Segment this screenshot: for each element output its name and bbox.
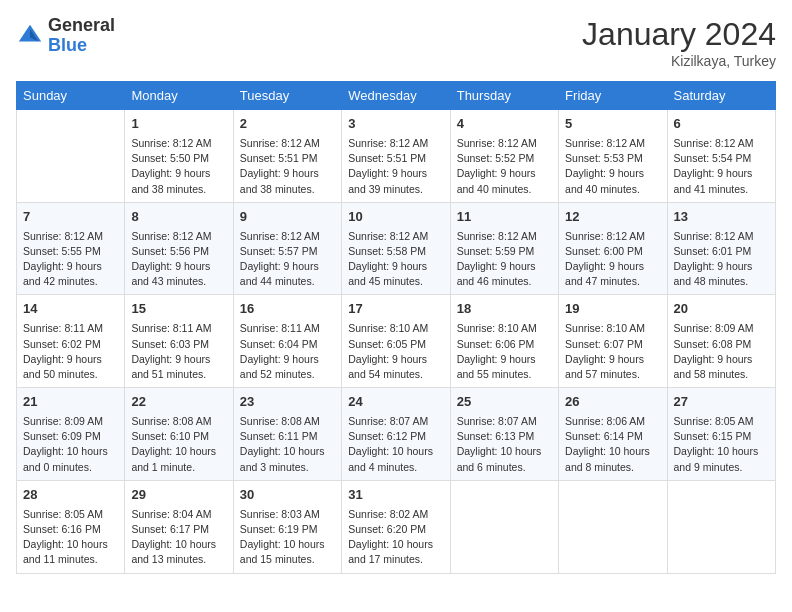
day-info-line: and 38 minutes. (131, 182, 226, 197)
day-number: 2 (240, 115, 335, 134)
day-info-line: Daylight: 9 hours (565, 166, 660, 181)
day-info-line: Sunrise: 8:12 AM (457, 136, 552, 151)
day-info-line: and 52 minutes. (240, 367, 335, 382)
calendar-header-row: SundayMondayTuesdayWednesdayThursdayFrid… (17, 82, 776, 110)
day-info-line: Sunset: 5:57 PM (240, 244, 335, 259)
day-number: 12 (565, 208, 660, 227)
day-info-line: Sunrise: 8:12 AM (674, 136, 769, 151)
day-info-line: Sunrise: 8:12 AM (240, 136, 335, 151)
day-info-line: and 0 minutes. (23, 460, 118, 475)
day-number: 25 (457, 393, 552, 412)
day-number: 14 (23, 300, 118, 319)
day-info-line: Sunrise: 8:12 AM (23, 229, 118, 244)
day-number: 11 (457, 208, 552, 227)
day-number: 5 (565, 115, 660, 134)
calendar-day-cell: 23Sunrise: 8:08 AMSunset: 6:11 PMDayligh… (233, 388, 341, 481)
day-info-line: Sunrise: 8:11 AM (240, 321, 335, 336)
day-info-line: Sunset: 6:02 PM (23, 337, 118, 352)
day-info-line: and 17 minutes. (348, 552, 443, 567)
calendar-day-cell: 13Sunrise: 8:12 AMSunset: 6:01 PMDayligh… (667, 202, 775, 295)
day-info-line: Sunset: 6:15 PM (674, 429, 769, 444)
day-info-line: and 6 minutes. (457, 460, 552, 475)
day-of-week-header: Thursday (450, 82, 558, 110)
calendar-day-cell: 11Sunrise: 8:12 AMSunset: 5:59 PMDayligh… (450, 202, 558, 295)
day-info-line: Sunset: 5:53 PM (565, 151, 660, 166)
day-number: 15 (131, 300, 226, 319)
day-number: 22 (131, 393, 226, 412)
calendar-day-cell: 18Sunrise: 8:10 AMSunset: 6:06 PMDayligh… (450, 295, 558, 388)
calendar-day-cell: 5Sunrise: 8:12 AMSunset: 5:53 PMDaylight… (559, 110, 667, 203)
calendar-day-cell: 26Sunrise: 8:06 AMSunset: 6:14 PMDayligh… (559, 388, 667, 481)
calendar-day-cell: 15Sunrise: 8:11 AMSunset: 6:03 PMDayligh… (125, 295, 233, 388)
day-info-line: Daylight: 10 hours (131, 444, 226, 459)
day-info-line: and 39 minutes. (348, 182, 443, 197)
day-info-line: Daylight: 9 hours (23, 259, 118, 274)
calendar-day-cell: 4Sunrise: 8:12 AMSunset: 5:52 PMDaylight… (450, 110, 558, 203)
calendar-day-cell: 25Sunrise: 8:07 AMSunset: 6:13 PMDayligh… (450, 388, 558, 481)
day-info-line: Sunrise: 8:02 AM (348, 507, 443, 522)
calendar-body: 1Sunrise: 8:12 AMSunset: 5:50 PMDaylight… (17, 110, 776, 574)
day-info-line: Daylight: 10 hours (348, 537, 443, 552)
day-info-line: Sunset: 6:08 PM (674, 337, 769, 352)
day-info-line: and 40 minutes. (457, 182, 552, 197)
day-number: 6 (674, 115, 769, 134)
month-year-title: January 2024 (582, 16, 776, 53)
calendar-day-cell: 24Sunrise: 8:07 AMSunset: 6:12 PMDayligh… (342, 388, 450, 481)
day-info-line: and 13 minutes. (131, 552, 226, 567)
day-info-line: and 55 minutes. (457, 367, 552, 382)
day-info-line: and 48 minutes. (674, 274, 769, 289)
day-info-line: Daylight: 9 hours (457, 352, 552, 367)
day-info-line: Daylight: 10 hours (23, 444, 118, 459)
day-info-line: and 54 minutes. (348, 367, 443, 382)
day-info-line: Sunset: 5:51 PM (240, 151, 335, 166)
day-number: 26 (565, 393, 660, 412)
day-info-line: Daylight: 9 hours (131, 166, 226, 181)
day-number: 4 (457, 115, 552, 134)
day-info-line: and 47 minutes. (565, 274, 660, 289)
day-number: 31 (348, 486, 443, 505)
day-info-line: Sunset: 6:05 PM (348, 337, 443, 352)
day-number: 7 (23, 208, 118, 227)
day-info-line: Sunrise: 8:09 AM (23, 414, 118, 429)
calendar-day-cell: 19Sunrise: 8:10 AMSunset: 6:07 PMDayligh… (559, 295, 667, 388)
day-of-week-header: Monday (125, 82, 233, 110)
day-info-line: Daylight: 10 hours (131, 537, 226, 552)
calendar-week-row: 28Sunrise: 8:05 AMSunset: 6:16 PMDayligh… (17, 480, 776, 573)
day-of-week-header: Tuesday (233, 82, 341, 110)
day-info-line: and 58 minutes. (674, 367, 769, 382)
day-info-line: Sunset: 5:55 PM (23, 244, 118, 259)
day-info-line: Sunrise: 8:04 AM (131, 507, 226, 522)
day-info-line: Sunset: 6:03 PM (131, 337, 226, 352)
day-info-line: Daylight: 10 hours (348, 444, 443, 459)
day-info-line: Sunset: 5:58 PM (348, 244, 443, 259)
day-info-line: and 42 minutes. (23, 274, 118, 289)
calendar-day-cell: 29Sunrise: 8:04 AMSunset: 6:17 PMDayligh… (125, 480, 233, 573)
title-block: January 2024 Kizilkaya, Turkey (582, 16, 776, 69)
day-number: 10 (348, 208, 443, 227)
day-number: 27 (674, 393, 769, 412)
day-info-line: Sunrise: 8:12 AM (240, 229, 335, 244)
day-info-line: Sunrise: 8:10 AM (348, 321, 443, 336)
day-info-line: Sunset: 6:14 PM (565, 429, 660, 444)
day-info-line: Daylight: 9 hours (674, 166, 769, 181)
day-info-line: and 1 minute. (131, 460, 226, 475)
day-info-line: Sunrise: 8:12 AM (457, 229, 552, 244)
calendar-day-cell: 31Sunrise: 8:02 AMSunset: 6:20 PMDayligh… (342, 480, 450, 573)
logo-icon (16, 22, 44, 50)
day-info-line: and 45 minutes. (348, 274, 443, 289)
day-info-line: Sunrise: 8:10 AM (457, 321, 552, 336)
calendar-day-cell: 6Sunrise: 8:12 AMSunset: 5:54 PMDaylight… (667, 110, 775, 203)
day-info-line: and 4 minutes. (348, 460, 443, 475)
day-info-line: Daylight: 9 hours (240, 166, 335, 181)
calendar-day-cell: 17Sunrise: 8:10 AMSunset: 6:05 PMDayligh… (342, 295, 450, 388)
day-info-line: Sunrise: 8:12 AM (348, 229, 443, 244)
day-info-line: Sunrise: 8:07 AM (348, 414, 443, 429)
day-info-line: Daylight: 9 hours (348, 352, 443, 367)
day-number: 18 (457, 300, 552, 319)
day-of-week-header: Saturday (667, 82, 775, 110)
day-of-week-header: Wednesday (342, 82, 450, 110)
day-info-line: Sunrise: 8:08 AM (131, 414, 226, 429)
day-number: 3 (348, 115, 443, 134)
day-number: 21 (23, 393, 118, 412)
day-info-line: and 44 minutes. (240, 274, 335, 289)
